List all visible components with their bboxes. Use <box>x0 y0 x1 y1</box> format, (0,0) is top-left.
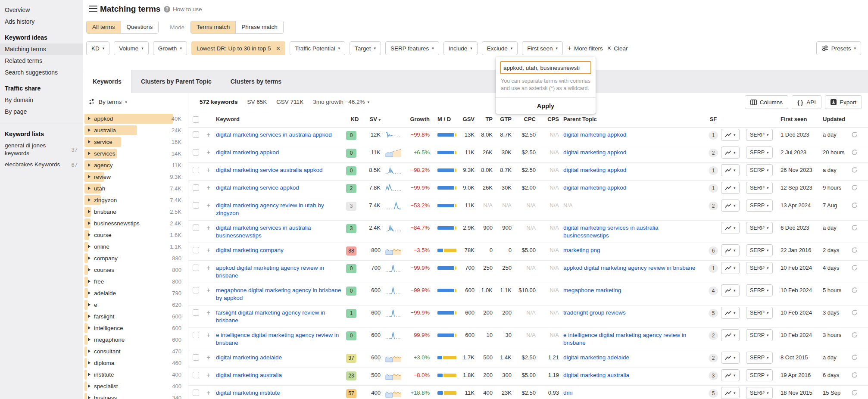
api-button[interactable]: { } API <box>792 95 821 109</box>
keyword-chart-button[interactable]: ▾ <box>721 147 740 159</box>
serp-button[interactable]: SERP▾ <box>746 222 773 234</box>
facet-term-service[interactable]: service16K <box>83 136 187 148</box>
tab-keywords[interactable]: Keywords <box>83 70 131 93</box>
col-md[interactable]: M / D <box>434 116 458 122</box>
facet-term-agency[interactable]: agency11K <box>83 159 187 171</box>
close-icon[interactable]: × <box>276 45 281 52</box>
row-checkbox[interactable] <box>193 287 199 293</box>
columns-button[interactable]: Columns <box>745 95 788 109</box>
keyword-link[interactable]: megaphone digital marketing agency in br… <box>216 287 341 301</box>
row-checkbox[interactable] <box>193 202 199 209</box>
facet-term-businessnewstips[interactable]: businessnewstips2.4K <box>83 218 187 229</box>
serp-button[interactable]: SERP▾ <box>746 200 773 212</box>
facet-term-zingyzon[interactable]: zingyzon7.4K <box>83 194 187 206</box>
keyword-link[interactable]: digital marketing services in australia … <box>216 131 332 138</box>
add-to-list-button[interactable]: + <box>205 246 216 254</box>
expand-triangle-icon[interactable] <box>88 221 91 225</box>
keyword-chart-button[interactable]: ▾ <box>721 200 740 212</box>
facet-term-megaphone[interactable]: megaphone600 <box>83 334 187 346</box>
keyword-chart-button[interactable]: ▾ <box>721 244 740 256</box>
expand-triangle-icon[interactable] <box>88 291 91 295</box>
row-checkbox[interactable] <box>193 390 199 396</box>
keyword-list-item[interactable]: elecbrakes Keywords67 <box>0 159 83 170</box>
facet-term-business[interactable]: business340 <box>83 392 187 399</box>
expand-triangle-icon[interactable] <box>88 396 91 399</box>
col-updated[interactable]: Updated <box>823 116 851 122</box>
expand-triangle-icon[interactable] <box>88 140 91 143</box>
serp-button[interactable]: SERP▾ <box>746 129 773 141</box>
add-to-list-button[interactable]: + <box>205 202 216 209</box>
facet-term-brisbane[interactable]: brisbane2.5K <box>83 206 187 218</box>
keyword-chart-button[interactable]: ▾ <box>721 262 740 274</box>
col-first-seen[interactable]: First seen <box>781 116 823 122</box>
keyword-link[interactable]: appkod digital marketing agency review i… <box>216 265 324 279</box>
col-gtp[interactable]: GTP <box>497 116 516 122</box>
col-cps[interactable]: CPS <box>540 116 563 122</box>
add-to-list-button[interactable]: + <box>205 131 216 138</box>
serp-button[interactable]: SERP▾ <box>746 262 773 274</box>
apply-button[interactable]: Apply <box>496 97 596 114</box>
filter-traffic-potential[interactable]: Traffic Potential▾ <box>290 41 345 55</box>
keyword-chart-button[interactable]: ▾ <box>721 284 740 296</box>
add-to-list-button[interactable]: + <box>205 184 216 191</box>
col-tp[interactable]: TP <box>479 116 497 122</box>
facet-term-diploma[interactable]: diploma460 <box>83 357 187 369</box>
growth-dropdown[interactable]: 3mo growth −46.2% ▾ <box>313 99 369 105</box>
keyword-link[interactable]: digital marketing institute <box>216 390 280 396</box>
expand-triangle-icon[interactable] <box>88 245 91 248</box>
sidebar-item-search-suggestions[interactable]: Search suggestions <box>0 67 83 78</box>
expand-triangle-icon[interactable] <box>88 280 91 283</box>
expand-triangle-icon[interactable] <box>88 349 91 353</box>
filter-first-seen[interactable]: First seen▾ <box>522 41 563 55</box>
tab-clusters-by-parent-topic[interactable]: Clusters by Parent Topic <box>131 70 221 93</box>
facet-term-appkod[interactable]: appkod40K <box>83 113 187 125</box>
row-checkbox[interactable] <box>193 372 199 378</box>
sidebar-item-by-domain[interactable]: By domain <box>0 94 83 106</box>
add-to-list-button[interactable]: + <box>205 224 216 231</box>
expand-triangle-icon[interactable] <box>88 268 91 271</box>
add-to-list-button[interactable]: + <box>205 287 216 294</box>
facet-term-e[interactable]: e620 <box>83 299 187 311</box>
sidebar-item-overview[interactable]: Overview <box>0 4 83 16</box>
keyword-link[interactable]: digital marketing australia <box>216 372 282 378</box>
add-to-list-button[interactable]: + <box>205 264 216 271</box>
expand-triangle-icon[interactable] <box>88 128 91 132</box>
facet-term-adelaide[interactable]: adelaide790 <box>83 287 187 299</box>
keyword-chart-button[interactable]: ▾ <box>721 182 740 194</box>
facet-term-utah[interactable]: utah7.4K <box>83 183 187 194</box>
parent-topic-link[interactable]: e intelligence digital marketing agency … <box>563 332 686 346</box>
tab-all-terms[interactable]: All terms <box>87 21 121 33</box>
serp-button[interactable]: SERP▾ <box>746 352 773 364</box>
add-to-list-button[interactable]: + <box>205 331 216 339</box>
keyword-chart-button[interactable]: ▾ <box>721 387 740 399</box>
col-growth[interactable]: Growth <box>406 116 434 122</box>
expand-triangle-icon[interactable] <box>88 233 91 237</box>
expand-triangle-icon[interactable] <box>88 384 91 388</box>
serp-button[interactable]: SERP▾ <box>746 387 773 399</box>
facet-term-services[interactable]: services14K <box>83 148 187 159</box>
exclude-terms-input[interactable] <box>500 61 591 74</box>
col-cpc[interactable]: CPC <box>516 116 540 122</box>
sidebar-item-ads-history[interactable]: Ads history <box>0 16 83 28</box>
col-parent-topic[interactable]: Parent Topic <box>563 116 706 122</box>
parent-topic-link[interactable]: appkod digital marketing agency review i… <box>563 265 695 271</box>
refresh-button[interactable] <box>851 224 862 233</box>
serp-button[interactable]: SERP▾ <box>746 182 773 194</box>
tab-questions[interactable]: Questions <box>121 21 159 33</box>
serp-button[interactable]: SERP▾ <box>746 284 773 296</box>
expand-triangle-icon[interactable] <box>88 326 91 330</box>
filter-growth[interactable]: Growth▾ <box>153 41 187 55</box>
expand-triangle-icon[interactable] <box>88 163 91 167</box>
keyword-chart-button[interactable]: ▾ <box>721 164 740 176</box>
how-to-use-link[interactable]: ? How to use <box>164 6 202 12</box>
parent-topic-link[interactable]: digital marketing adelaide <box>563 354 629 361</box>
keyword-chart-button[interactable]: ▾ <box>721 222 740 234</box>
keyword-chart-button[interactable]: ▾ <box>721 352 740 364</box>
col-gsv[interactable]: GSV <box>458 116 479 122</box>
parent-topic-link[interactable]: traderight group reviews <box>563 309 626 316</box>
keyword-link[interactable]: digital marketing services in australia … <box>216 224 311 239</box>
expand-triangle-icon[interactable] <box>88 303 91 306</box>
serp-button[interactable]: SERP▾ <box>746 147 773 159</box>
filter-target[interactable]: Target▾ <box>350 41 381 55</box>
refresh-button[interactable] <box>851 390 862 398</box>
